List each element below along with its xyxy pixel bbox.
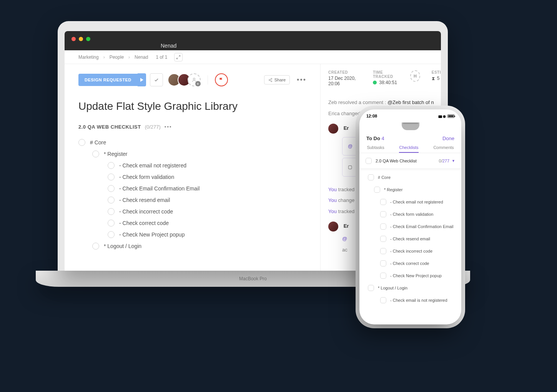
checkbox-icon[interactable] (108, 197, 115, 203)
checkbox-icon[interactable] (380, 223, 386, 230)
checkbox-icon[interactable] (380, 199, 386, 205)
checkbox-icon[interactable] (92, 151, 99, 157)
share-label: Share (274, 78, 286, 82)
timer-active-icon[interactable] (373, 81, 377, 84)
stat-value: 17 Dec 2020, 20:06 (328, 76, 361, 86)
done-button[interactable]: Done (442, 136, 454, 141)
checkbox-icon[interactable] (108, 208, 115, 215)
phone-checklist[interactable]: # Core * Register - Check email not regi… (359, 169, 461, 309)
svg-point-2 (269, 79, 270, 81)
checkbox-icon[interactable] (368, 285, 374, 291)
phone-checklist-item[interactable]: - Check New Project popup (359, 270, 461, 282)
task-main-panel: DESIGN REQUESTED (65, 64, 320, 271)
checklist-item[interactable]: - Check form validation (78, 171, 306, 183)
status-button[interactable]: DESIGN REQUESTED (78, 74, 138, 86)
task-title[interactable]: Update Flat Style Graphic Library (78, 100, 306, 112)
checkbox-icon[interactable] (380, 248, 386, 254)
mark-complete-button[interactable] (150, 73, 163, 86)
status-next-button[interactable] (138, 73, 146, 86)
svg-point-0 (193, 78, 195, 80)
battery-icon (447, 114, 454, 118)
svg-point-1 (271, 78, 272, 79)
checkbox-icon[interactable] (380, 260, 386, 266)
checklist-item[interactable]: - Check email not registered (78, 160, 306, 171)
checkbox-icon[interactable] (108, 162, 115, 169)
phone-checklist-item[interactable]: - Check Email Confirmation Email (359, 220, 461, 233)
checklist-item[interactable]: - Check Email Confirmation Email (78, 183, 306, 194)
breadcrumb-item[interactable]: People (110, 55, 124, 60)
checklist: # Core * Register - Check email not regi… (78, 137, 306, 252)
app-titlebar: Nenad (65, 31, 441, 50)
phone-checklist-item[interactable]: - Check resend email (359, 233, 461, 245)
phone-checklist-item[interactable]: - Check correct code (359, 257, 461, 270)
checklist-count: (0/277) (145, 124, 161, 130)
more-menu-button[interactable]: ••• (297, 76, 306, 84)
chevron-right-icon: › (128, 55, 130, 60)
checkbox-icon[interactable] (92, 243, 99, 250)
checklist-item[interactable]: # Core (78, 137, 306, 148)
phone-checklist-item[interactable]: - Check email not registered (359, 196, 461, 208)
signal-icon (438, 114, 441, 118)
commenter-name: Er (344, 223, 349, 229)
hourglass-badge[interactable]: H (410, 70, 420, 82)
iphone-frame: 12:08 To Do 4 Done Subtasks Checklists C… (359, 109, 461, 324)
checklist-item[interactable]: * Register (78, 148, 306, 160)
avatar[interactable] (328, 222, 338, 232)
tab-subtasks[interactable]: Subtasks (367, 145, 384, 150)
tab-checklists[interactable]: Checklists (399, 145, 418, 153)
checkbox-icon[interactable] (78, 139, 85, 146)
priority-flag-button[interactable] (215, 73, 228, 86)
checkbox-icon[interactable] (380, 211, 386, 217)
phone-checklist-item[interactable]: * Register (359, 184, 461, 196)
checklist-item[interactable]: * Logout / Login (78, 240, 306, 252)
phone-status-bar: 12:08 (359, 109, 461, 122)
phone-header: To Do 4 Done (359, 132, 461, 143)
phone-title: To Do 4 (366, 136, 384, 141)
checklist-menu-button[interactable]: ••• (165, 124, 172, 130)
checklist-item[interactable]: - Check resend email (78, 194, 306, 206)
close-window-button[interactable] (71, 37, 76, 41)
browser-tab-label[interactable]: Nenad (161, 43, 176, 49)
phone-checklist-item[interactable]: - Check form validation (359, 208, 461, 220)
phone-checklist-item[interactable]: - Check incorrect code (359, 245, 461, 257)
chevron-down-icon[interactable]: ▼ (452, 159, 455, 163)
assignees (171, 73, 201, 86)
maximize-window-button[interactable] (86, 37, 90, 41)
checkbox-icon[interactable] (368, 174, 374, 180)
activity-item: Zeb resolved a comment : @Zeb first batc… (328, 97, 441, 108)
stat-label: ESTI (432, 70, 441, 74)
checkbox-icon[interactable] (380, 236, 386, 242)
expand-button[interactable] (174, 53, 183, 61)
checkbox-icon[interactable] (108, 185, 115, 192)
phone-checklist-name: 2.0 QA Web Checklist (376, 159, 439, 163)
avatar[interactable] (328, 124, 338, 134)
add-assignee-button[interactable] (188, 73, 201, 86)
stat-value: 38:40:51 (379, 80, 397, 85)
phone-notch (402, 122, 419, 130)
checkbox-icon[interactable] (108, 174, 115, 180)
checkbox-icon[interactable] (108, 231, 115, 238)
phone-checklist-header[interactable]: 2.0 QA Web Checklist 0/277 ▼ (359, 153, 461, 169)
checkbox-icon[interactable] (380, 297, 386, 303)
checkbox-icon[interactable] (374, 187, 380, 193)
share-button[interactable]: Share (264, 75, 290, 84)
checklist-item[interactable]: - Check New Project popup (78, 229, 306, 240)
svg-point-3 (271, 81, 272, 82)
phone-tabs: Subtasks Checklists Comments (359, 143, 461, 153)
breadcrumb-item[interactable]: Nenad (135, 55, 148, 60)
checklist-name[interactable]: 2.0 QA WEB CHECKLIST (78, 124, 141, 130)
breadcrumb-item[interactable]: Marketing (78, 55, 99, 60)
checkbox-icon[interactable] (366, 158, 372, 164)
phone-checklist-item[interactable]: # Core (359, 171, 461, 184)
checkbox-icon[interactable] (380, 273, 386, 279)
stat-time-tracked: TIME TRACKED 38:40:51 (373, 70, 399, 86)
commenter-name: Er (344, 125, 349, 131)
checkbox-icon[interactable] (108, 220, 115, 227)
checklist-item[interactable]: - Check incorrect code (78, 206, 306, 217)
mention: @ (342, 236, 347, 241)
tab-comments[interactable]: Comments (433, 145, 454, 150)
minimize-window-button[interactable] (79, 37, 83, 41)
phone-checklist-item[interactable]: - Check email is not registered (359, 294, 461, 306)
phone-checklist-item[interactable]: * Logout / Login (359, 282, 461, 294)
checklist-item[interactable]: - Check correct code (78, 217, 306, 229)
